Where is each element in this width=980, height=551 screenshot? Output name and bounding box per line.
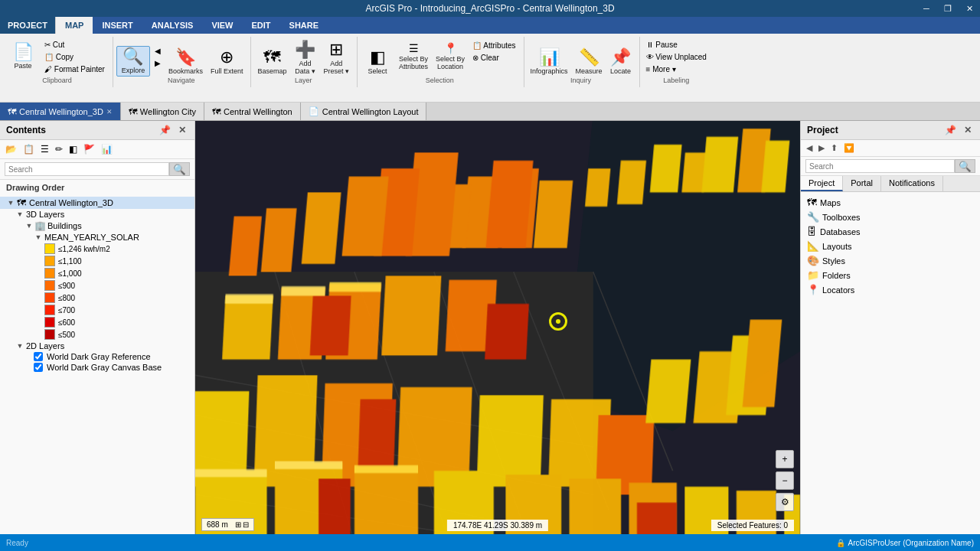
project-item-databases[interactable]: 🗄 Databases (801, 224, 980, 239)
scale-bar: 688 m ⊞ ⊟ (201, 518, 254, 531)
map-zoom-out-button[interactable]: − (776, 471, 794, 490)
close-button[interactable]: ✕ (959, 0, 980, 17)
tree-item-world-dark-base[interactable]: World Dark Gray Canvas Base (0, 362, 194, 373)
menu-tab-share[interactable]: SHARE (280, 17, 328, 34)
contents-tb-flag[interactable]: 🚩 (81, 142, 97, 156)
restore-button[interactable]: ❐ (937, 0, 959, 17)
map-settings-button[interactable]: ⚙ (776, 493, 794, 511)
project-item-locators[interactable]: 📍 Locators (801, 282, 980, 297)
project-search-input[interactable] (805, 159, 955, 173)
contents-tb-folder[interactable]: 📂 (3, 142, 19, 156)
minimize-button[interactable]: ─ (916, 0, 937, 17)
project-tab-notifications[interactable]: Notifications (881, 176, 943, 191)
contents-tb-list[interactable]: ☰ (38, 142, 51, 156)
ribbon-btn-paste[interactable]: 📄 Paste (6, 42, 40, 71)
ribbon-btn-view-unplaced[interactable]: 👁 View Unplaced (643, 51, 710, 63)
menu-tab-edit[interactable]: EDIT (243, 17, 280, 34)
legend-color-600 (44, 317, 55, 328)
ribbon-btn-attributes[interactable]: 📋 Attributes (469, 40, 518, 51)
contents-title: Contents (6, 125, 46, 135)
project-tab-project[interactable]: Project (801, 176, 843, 191)
map-toolbar-right: + − ⚙ (776, 450, 794, 511)
menu-tab-project[interactable]: PROJECT (0, 17, 56, 34)
project-pin-button[interactable]: 📌 (942, 124, 959, 136)
project-close-button[interactable]: ✕ (962, 124, 974, 136)
contents-tb-table[interactable]: 📋 (21, 142, 37, 156)
project-search-button[interactable]: 🔍 (955, 159, 975, 173)
ribbon-btn-bookmarks[interactable]: 🔖 Bookmarks (165, 47, 206, 77)
tree-item-3d-layers[interactable]: ▼ 3D Layers (0, 209, 194, 220)
contents-tb-chart[interactable]: 📊 (99, 142, 115, 156)
project-item-maps-label: Maps (820, 198, 841, 207)
ribbon-btn-basemap[interactable]: 🗺 Basemap (254, 47, 289, 77)
checkbox-world-dark-ref[interactable] (34, 352, 43, 361)
panel-close-button[interactable]: ✕ (176, 124, 188, 136)
contents-tb-select[interactable]: ◧ (67, 142, 80, 156)
ribbon-btn-measure[interactable]: 📏 Measure (573, 47, 606, 77)
scale-controls[interactable]: ⊞ ⊟ (235, 520, 250, 529)
project-item-toolboxes[interactable]: 🔧 Toolboxes (801, 210, 980, 224)
project-tab-portal[interactable]: Portal (843, 176, 881, 191)
project-tb-filter[interactable]: 🔽 (841, 142, 857, 154)
map-area[interactable]: + − ⚙ 688 m ⊞ ⊟ 174.78E 41.29S 30.389 m … (195, 121, 800, 534)
contents-search-button[interactable]: 🔍 (169, 162, 190, 176)
map-tab-central-wellington[interactable]: 🗺 Central Wellington (204, 103, 301, 120)
ribbon-btn-locate[interactable]: 📌 Locate (607, 47, 635, 77)
project-item-folders[interactable]: 📁 Folders (801, 268, 980, 282)
map-tab-central-wellington-3d[interactable]: 🗺 Central Wellington_3D ✕ (0, 103, 121, 120)
inquiry-label: Inquiry (570, 77, 591, 86)
tree-item-2d-layers[interactable]: ▼ 2D Layers (0, 341, 194, 351)
project-item-toolboxes-label: Toolboxes (822, 213, 861, 222)
map-tab-layout[interactable]: 📄 Central Wellington Layout (301, 103, 427, 120)
ribbon-btn-copy[interactable]: 📋 Copy (41, 51, 108, 63)
ribbon-btn-add-preset[interactable]: ⊞ AddPreset ▾ (321, 40, 353, 77)
legend-color-800 (44, 292, 55, 303)
ribbon-btn-format-painter[interactable]: 🖌 Format Painter (41, 64, 108, 75)
tree-item-solar[interactable]: ▼ MEAN_YEARLY_SOLAR (0, 232, 194, 243)
tree-item-buildings[interactable]: ▼ 🏢 Buildings (0, 220, 194, 232)
svg-rect-48 (354, 467, 418, 534)
map-tab-close-3d[interactable]: ✕ (106, 108, 113, 116)
contents-search-input[interactable] (5, 162, 169, 176)
ribbon-btn-pause[interactable]: ⏸ Pause (643, 39, 710, 51)
ribbon-btn-more[interactable]: ≡ More ▾ (643, 64, 710, 75)
map-tab-icon-3d: 🗺 (8, 107, 16, 116)
menu-tab-insert[interactable]: INSERT (93, 17, 142, 34)
project-item-layouts[interactable]: 📐 Layouts (801, 239, 980, 253)
legend-item-500: ≤500 (43, 328, 194, 341)
project-item-styles[interactable]: 🎨 Styles (801, 253, 980, 268)
ribbon-btn-forward[interactable]: ▶ (152, 57, 164, 69)
layer-tree: ▼ 🗺 Central Wellington_3D ▼ 3D Layers ▼ … (0, 195, 194, 534)
menu-tab-analysis[interactable]: ANALYSIS (142, 17, 203, 34)
map-tab-wellington-city[interactable]: 🗺 Wellington City (121, 103, 204, 120)
map-zoom-in-button[interactable]: + (776, 450, 794, 468)
ribbon-btn-select-by-attributes[interactable]: ☰ Select ByAttributes (396, 41, 431, 72)
tree-item-world-dark-ref[interactable]: World Dark Gray Reference (0, 351, 194, 362)
ribbon-btn-infographics[interactable]: 📊 Infographics (528, 47, 571, 77)
ribbon-btn-explore[interactable]: 🔍 Explore (116, 46, 150, 77)
svg-rect-58 (645, 360, 691, 423)
legend-color-500 (44, 329, 55, 340)
ribbon-btn-add-data[interactable]: ➕ AddData ▾ (292, 40, 319, 77)
ribbon-btn-clear[interactable]: ⊗ Clear (469, 52, 518, 64)
tree-item-map[interactable]: ▼ 🗺 Central Wellington_3D (0, 197, 194, 209)
checkbox-world-dark-base[interactable] (34, 363, 43, 372)
locate-icon: 📌 (610, 49, 631, 66)
project-tb-back[interactable]: ◀ (804, 142, 815, 154)
contents-tb-edit[interactable]: ✏ (53, 142, 65, 156)
ribbon-btn-select[interactable]: ◧ Select (361, 47, 394, 77)
menu-tab-map[interactable]: MAP (56, 17, 93, 34)
panel-pin-button[interactable]: 📌 (157, 124, 173, 136)
ribbon-btn-full-extent[interactable]: ⊕ Full Extent (207, 47, 247, 77)
project-item-maps[interactable]: 🗺 Maps (801, 195, 980, 210)
svg-rect-30 (229, 216, 262, 276)
ribbon-btn-back[interactable]: ◀ (152, 45, 164, 57)
project-tb-up[interactable]: ⬆ (828, 142, 840, 154)
svg-rect-56 (318, 479, 351, 535)
ribbon-group-labeling: ⏸ Pause 👁 View Unplaced ≡ More ▾ Labelin… (640, 37, 714, 87)
ribbon-btn-cut[interactable]: ✂ Cut (41, 39, 108, 51)
menu-tab-view[interactable]: VIEW (202, 17, 242, 34)
project-tb-forward[interactable]: ▶ (816, 142, 827, 154)
ribbon-btn-select-by-location[interactable]: 📍 Select ByLocation (433, 41, 468, 72)
app-title: ArcGIS Pro - Introducing_ArcGISPro - Cen… (365, 3, 614, 14)
